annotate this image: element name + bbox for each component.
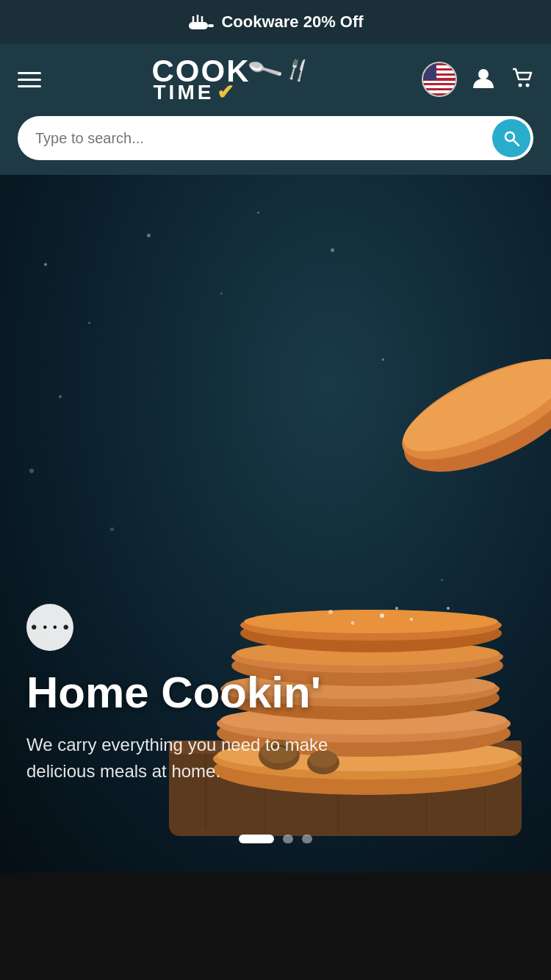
language-selector[interactable] [422,62,457,97]
promo-icon [187,12,214,32]
logo-check-icon: ✔ [217,82,234,103]
hero-section: •• Home Cookin' We carry everything you … [0,175,551,873]
cookie-dots: •• [31,617,69,638]
svg-rect-1 [208,24,214,27]
logo-time-row: TIME ✔ [154,82,234,103]
svg-point-5 [478,69,489,79]
header: COOK🥄🍴 TIME ✔ [0,44,551,175]
carousel-dot-2[interactable] [283,835,293,843]
account-icon[interactable] [472,66,495,93]
svg-line-9 [514,140,519,145]
promo-bar: Cookware 20% Off [0,0,551,44]
cart-icon[interactable] [510,66,533,93]
hero-content: •• Home Cookin' We carry everything you … [26,604,525,785]
logo: COOK🥄🍴 TIME ✔ [152,56,311,103]
search-input[interactable] [35,130,486,147]
carousel-dot-3[interactable] [302,835,312,843]
promo-text: Cookware 20% Off [221,12,363,32]
header-icons [422,62,533,97]
hamburger-menu-icon[interactable] [18,72,41,87]
svg-point-7 [526,83,530,87]
svg-point-6 [519,83,522,87]
hero-title: Home Cookin' [26,669,525,717]
logo-spoon-icon: 🥄 [246,51,284,87]
carousel-dot-1[interactable] [239,835,274,843]
header-top: COOK🥄🍴 TIME ✔ [18,56,533,103]
search-icon [503,129,520,147]
us-flag-icon [423,63,455,96]
logo-time-text: TIME [154,82,215,103]
search-button[interactable] [492,119,530,157]
logo-fork-icon: 🍴 [282,57,314,84]
svg-rect-0 [189,22,208,29]
search-bar [18,116,533,160]
carousel-dots [239,835,312,843]
cookie-icon: •• [26,604,73,651]
hero-subtitle: We carry everything you need to make del… [26,732,364,785]
